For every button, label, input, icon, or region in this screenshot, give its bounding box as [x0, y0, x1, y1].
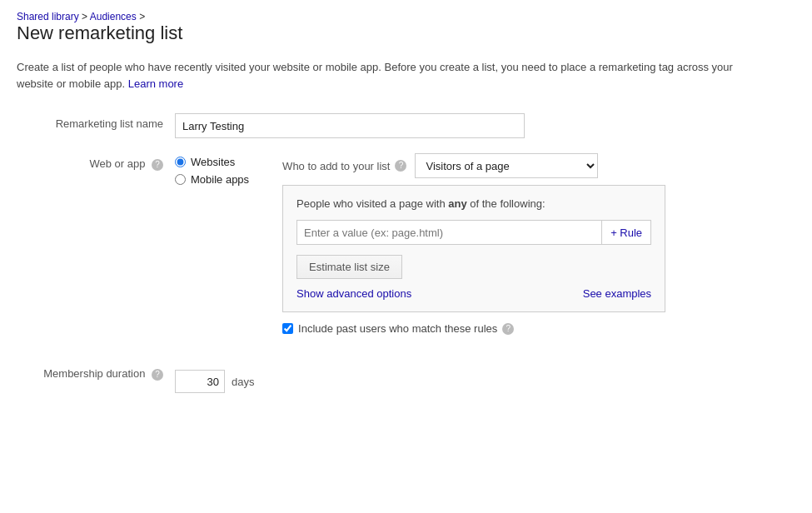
breadcrumb-separator-2: >	[139, 11, 145, 22]
web-or-app-radio-group: Websites Mobile apps	[175, 153, 249, 186]
form: Remarketing list name Web or app ? Websi…	[17, 113, 795, 393]
add-rule-button[interactable]: + Rule	[601, 221, 650, 244]
page-title: New remarketing list	[17, 22, 795, 44]
rule-box-any: any	[448, 197, 466, 210]
include-past-label[interactable]: Include past users who match these rules…	[282, 322, 514, 335]
web-or-app-and-who: Websites Mobile apps Who to add to your …	[175, 153, 795, 335]
remarketing-list-name-row: Remarketing list name	[17, 113, 795, 138]
breadcrumb-audiences[interactable]: Audiences	[90, 11, 137, 22]
include-past-help-icon[interactable]: ?	[502, 323, 514, 335]
who-to-add-section: Who to add to your list ? Visitors of a …	[282, 153, 665, 335]
breadcrumb-separator-1: >	[82, 11, 90, 22]
radio-websites-label: Websites	[191, 156, 235, 168]
web-or-app-help-icon[interactable]: ?	[152, 159, 163, 171]
remarketing-list-name-input[interactable]	[175, 113, 525, 138]
rule-box: People who visited a page with any of th…	[282, 185, 665, 312]
learn-more-link[interactable]: Learn more	[128, 77, 183, 90]
membership-duration-row: Membership duration ? days	[17, 363, 795, 393]
web-or-app-and-who-container: Websites Mobile apps Who to add to your …	[175, 153, 795, 335]
membership-row: days	[175, 370, 795, 393]
radio-mobile-apps-input[interactable]	[175, 174, 186, 185]
membership-duration-input[interactable]	[175, 370, 225, 393]
web-or-app-label: Web or app ?	[17, 153, 175, 171]
description: Create a list of people who have recentl…	[17, 59, 733, 92]
rule-links-row: Show advanced options See examples	[296, 287, 651, 300]
web-or-app-row: Web or app ? Websites Mobile apps	[17, 153, 795, 335]
radio-mobile-apps-label: Mobile apps	[191, 173, 249, 186]
remarketing-list-name-label: Remarketing list name	[17, 113, 175, 130]
who-to-add-help-icon[interactable]: ?	[395, 160, 406, 172]
rule-value-input[interactable]	[297, 223, 601, 242]
rule-input-row: + Rule	[296, 220, 651, 245]
estimate-list-size-button[interactable]: Estimate list size	[296, 255, 402, 279]
membership-duration-unit: days	[232, 376, 254, 388]
radio-websites-input[interactable]	[175, 157, 186, 167]
radio-mobile-apps[interactable]: Mobile apps	[175, 173, 249, 186]
radio-websites[interactable]: Websites	[175, 156, 249, 168]
description-text: Create a list of people who have recentl…	[17, 61, 733, 90]
who-to-add-label-text: Who to add to your list ?	[282, 160, 406, 172]
breadcrumb-shared-library[interactable]: Shared library	[17, 11, 79, 22]
remarketing-list-name-control	[175, 113, 795, 138]
who-to-add-dropdown[interactable]: Visitors of a page Visitors of a page wh…	[415, 153, 598, 178]
include-past-text: Include past users who match these rules	[298, 322, 497, 335]
membership-duration-help-icon[interactable]: ?	[152, 369, 163, 381]
who-to-add-row: Who to add to your list ? Visitors of a …	[282, 153, 665, 178]
include-past-row: Include past users who match these rules…	[282, 322, 665, 335]
rule-box-description: People who visited a page with any of th…	[296, 197, 651, 210]
breadcrumb: Shared library > Audiences >	[17, 10, 795, 22]
membership-duration-label: Membership duration ?	[17, 363, 175, 381]
see-examples-button[interactable]: See examples	[583, 287, 651, 300]
include-past-checkbox[interactable]	[282, 323, 293, 334]
show-advanced-options-button[interactable]: Show advanced options	[296, 287, 411, 300]
membership-duration-control: days	[175, 363, 795, 393]
